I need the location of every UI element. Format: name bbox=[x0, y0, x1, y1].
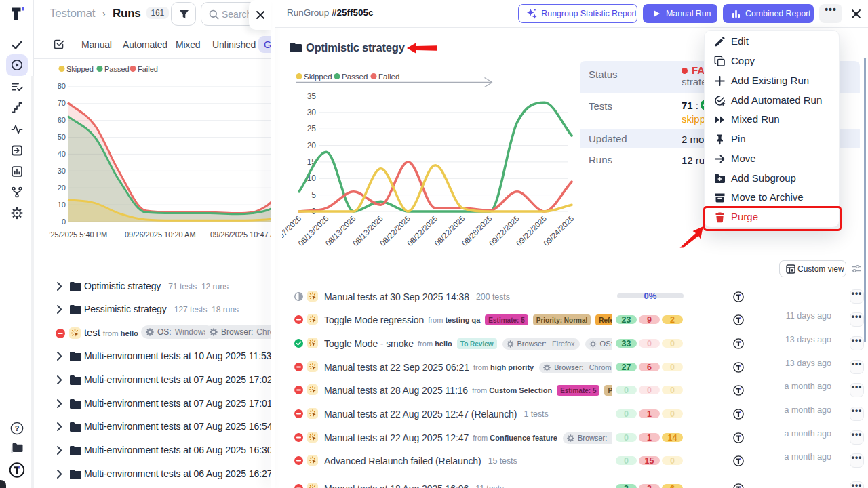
svg-text:70: 70 bbox=[58, 99, 66, 107]
svg-text:Skipped: Skipped bbox=[66, 65, 94, 73]
svg-text:30: 30 bbox=[58, 167, 66, 175]
svg-text:30: 30 bbox=[307, 108, 317, 117]
svg-text:Failed: Failed bbox=[138, 65, 158, 73]
svg-text:Skipped: Skipped bbox=[304, 73, 332, 81]
svg-text:5: 5 bbox=[311, 190, 316, 200]
svg-text:80: 80 bbox=[58, 82, 66, 90]
svg-text:10: 10 bbox=[58, 201, 66, 209]
svg-text:20: 20 bbox=[307, 141, 317, 150]
svg-text:Passed: Passed bbox=[342, 73, 368, 81]
svg-text:40: 40 bbox=[58, 150, 66, 158]
svg-text:?: ? bbox=[14, 424, 19, 432]
svg-text:25: 25 bbox=[307, 124, 317, 134]
svg-text:Failed: Failed bbox=[378, 73, 399, 81]
svg-text:’25/2025 5:40 PM: ’25/2025 5:40 PM bbox=[49, 230, 107, 239]
svg-text:0: 0 bbox=[62, 218, 66, 226]
svg-text:Passed: Passed bbox=[104, 65, 130, 73]
svg-text:09/26/2025 10:20 AM: 09/26/2025 10:20 AM bbox=[125, 230, 196, 239]
svg-text:60: 60 bbox=[58, 116, 66, 124]
svg-text:09/26/2025 10:47 AM: 09/26/2025 10:47 AM bbox=[210, 230, 275, 239]
svg-text:50: 50 bbox=[58, 133, 66, 141]
svg-text:35: 35 bbox=[307, 92, 317, 101]
svg-text:20: 20 bbox=[58, 184, 66, 192]
